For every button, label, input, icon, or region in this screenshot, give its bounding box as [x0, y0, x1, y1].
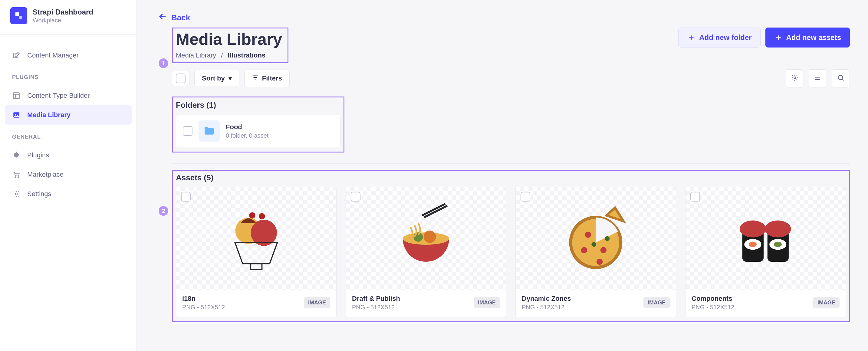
folders-heading: Folders (1): [176, 100, 340, 110]
sidebar-item-label: Marketplace: [27, 171, 64, 179]
asset-image-ramen: [366, 200, 486, 277]
folder-checkbox[interactable]: [183, 126, 192, 136]
svg-rect-0: [16, 12, 19, 17]
asset-checkbox[interactable]: [351, 192, 361, 201]
button-label: Add new assets: [786, 33, 841, 42]
sidebar-item-settings[interactable]: Settings: [5, 184, 132, 204]
settings-view-button[interactable]: [786, 69, 804, 88]
svg-point-28: [765, 220, 791, 237]
sidebar-item-label: Settings: [27, 190, 52, 198]
asset-card[interactable]: Components PNG - 512X512 IMAGE: [685, 187, 846, 317]
sidebar-item-label: Content-Type Builder: [27, 92, 90, 100]
asset-name: i18n: [182, 295, 225, 302]
svg-rect-3: [13, 93, 19, 99]
asset-name: Components: [691, 295, 734, 302]
puzzle-icon: [12, 151, 21, 159]
button-label: Add new folder: [699, 33, 751, 42]
back-link[interactable]: Back: [158, 12, 190, 23]
folder-name: Food: [226, 123, 269, 131]
filters-label: Filters: [262, 74, 282, 82]
asset-card[interactable]: Dynamic Zones PNG - 512X512 IMAGE: [516, 187, 676, 317]
svg-point-27: [740, 220, 766, 237]
sort-by-button[interactable]: Sort by ▾: [194, 70, 239, 87]
add-assets-button[interactable]: ＋ Add new assets: [766, 28, 850, 47]
asset-image-pizza: [536, 200, 656, 277]
filter-icon: [252, 74, 258, 83]
assets-heading: Assets (5): [176, 173, 846, 183]
brand-subtitle: Workplace: [33, 17, 93, 24]
divider: [172, 163, 850, 164]
search-icon: [837, 74, 844, 83]
svg-point-22: [596, 258, 602, 264]
svg-point-10: [838, 75, 843, 79]
back-label: Back: [171, 13, 190, 22]
svg-point-32: [774, 242, 782, 247]
svg-point-17: [424, 230, 436, 243]
asset-type-badge: IMAGE: [813, 297, 840, 308]
folder-card[interactable]: Food 0 folder, 0 asset: [176, 115, 340, 147]
add-folder-button[interactable]: ＋ Add new folder: [678, 28, 760, 47]
svg-point-20: [600, 247, 607, 253]
brand-logo: [10, 7, 27, 24]
gear-icon: [791, 74, 798, 83]
folder-icon: [198, 121, 220, 141]
annotation-1: 1: [158, 58, 169, 69]
pencil-square-icon: [12, 51, 21, 60]
breadcrumb: Media Library / Illustrations: [176, 52, 282, 59]
svg-point-19: [585, 231, 591, 237]
asset-thumbnail: [685, 187, 846, 290]
sidebar-item-content-type-builder[interactable]: Content-Type Builder: [5, 86, 132, 105]
plus-icon: ＋: [687, 33, 695, 42]
asset-meta: PNG - 512X512: [691, 304, 734, 311]
sidebar-header-general: GENERAL: [5, 125, 132, 146]
svg-point-7: [18, 177, 19, 178]
asset-checkbox[interactable]: [181, 192, 191, 201]
sidebar-item-label: Plugins: [27, 151, 49, 159]
asset-type-badge: IMAGE: [644, 297, 670, 308]
svg-point-23: [591, 242, 596, 246]
gear-icon: [12, 190, 21, 198]
svg-point-5: [15, 114, 16, 115]
asset-card[interactable]: Draft & Publish PNG - 512X512 IMAGE: [346, 187, 506, 317]
sidebar-item-media-library[interactable]: Media Library: [5, 105, 132, 125]
asset-meta: PNG - 512X512: [522, 304, 571, 311]
asset-checkbox[interactable]: [521, 192, 530, 201]
asset-card[interactable]: i18n PNG - 512X512 IMAGE: [176, 187, 337, 317]
caret-down-icon: ▾: [228, 74, 232, 82]
sidebar-item-marketplace[interactable]: Marketplace: [5, 165, 132, 184]
main: Back 1 Media Library Media Library / Ill…: [137, 0, 868, 351]
asset-type-badge: IMAGE: [304, 297, 330, 308]
sidebar-item-plugins[interactable]: Plugins: [5, 146, 132, 165]
svg-point-13: [249, 212, 255, 218]
search-button[interactable]: [832, 69, 850, 88]
sidebar-item-label: Media Library: [27, 111, 70, 119]
select-all-checkbox[interactable]: [176, 73, 186, 83]
sort-by-label: Sort by: [202, 74, 225, 82]
select-all-wrap: [172, 71, 189, 86]
layout-icon: [12, 91, 21, 100]
page-title: Media Library: [176, 30, 282, 49]
breadcrumb-root[interactable]: Media Library: [176, 52, 216, 59]
asset-thumbnail: [516, 187, 676, 290]
asset-name: Dynamic Zones: [522, 295, 571, 302]
svg-point-6: [15, 177, 16, 178]
breadcrumb-current: Illustrations: [227, 52, 266, 59]
list-icon: [814, 74, 822, 83]
svg-rect-1: [19, 16, 22, 19]
sidebar: Strapi Dashboard Workplace Content Manag…: [0, 0, 137, 351]
filters-button[interactable]: Filters: [244, 70, 290, 87]
svg-point-14: [259, 213, 265, 219]
asset-type-badge: IMAGE: [474, 297, 500, 308]
arrow-left-icon: [158, 12, 167, 23]
asset-checkbox[interactable]: [690, 192, 700, 201]
asset-meta: PNG - 512X512: [182, 304, 225, 311]
list-view-button[interactable]: [809, 69, 827, 88]
sidebar-item-content-manager[interactable]: Content Manager: [5, 46, 132, 65]
asset-meta: PNG - 512X512: [352, 304, 400, 311]
svg-point-8: [16, 193, 18, 195]
image-icon: [12, 111, 21, 119]
sidebar-item-label: Content Manager: [27, 52, 79, 59]
asset-image-sushi: [706, 200, 826, 277]
folder-meta: 0 folder, 0 asset: [226, 132, 269, 139]
asset-thumbnail: [176, 187, 336, 290]
